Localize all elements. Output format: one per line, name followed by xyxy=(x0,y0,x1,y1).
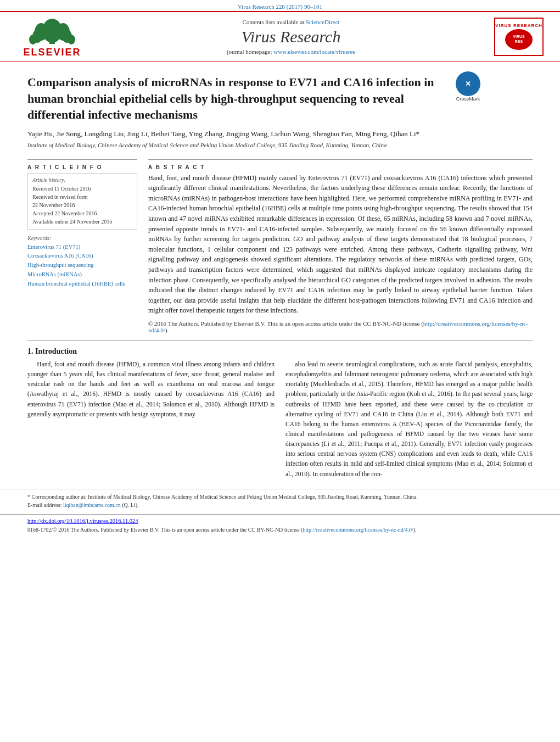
journal-title: Virus Research xyxy=(88,27,494,46)
keyword-3: High-throughput sequencing xyxy=(27,261,137,270)
keyword-4: MicroRNAs (miRNAs) xyxy=(27,270,137,280)
abstract-text: Hand, foot, and mouth disease (HFMD) mai… xyxy=(148,173,533,316)
intro-title: 1. Introduction xyxy=(27,347,533,356)
svg-point-8 xyxy=(50,19,54,23)
authors: Yajie Hu, Jie Song, Longding Liu, Jing L… xyxy=(27,129,533,140)
abstract-header: A B S T R A C T xyxy=(148,164,533,170)
page-wrapper: Virus Research 228 (2017) 90–101 ELSEVIE… xyxy=(0,0,560,537)
article-info-col: A R T I C L E I N F O Article history: R… xyxy=(27,159,137,333)
revised-date: 22 November 2016 xyxy=(32,201,132,209)
online-date: Available online 24 November 2016 xyxy=(32,217,132,226)
corresponding-author-note: * Corresponding author at: Institute of … xyxy=(27,493,533,501)
elsevier-logo: ELSEVIER xyxy=(16,15,88,58)
keywords-label: Keywords: xyxy=(27,235,137,241)
virus-research-logo: VIRUS RESEARCH VIRUSRES xyxy=(494,18,544,56)
svg-point-7 xyxy=(68,35,75,44)
history-label: Article history: xyxy=(32,177,132,183)
elsevier-brand-text: ELSEVIER xyxy=(23,47,81,58)
abstract-col: A B S T R A C T Hand, foot, and mouth di… xyxy=(148,159,533,333)
sciencedirect-link[interactable]: ScienceDirect xyxy=(306,19,340,25)
intro-col-right: also lead to severe neurological complic… xyxy=(285,359,533,483)
bottom-bar: http://dx.doi.org/10.1016/j.virusres.201… xyxy=(0,514,560,537)
open-access-note: © 2016 The Authors. Published by Elsevie… xyxy=(148,320,533,333)
email-link[interactable]: liqihan@imbcams.com.cn xyxy=(63,502,121,508)
doi-line: http://dx.doi.org/10.1016/j.virusres.201… xyxy=(27,518,533,524)
section-divider xyxy=(27,340,533,341)
footnote-area: * Corresponding author at: Institute of … xyxy=(0,489,560,510)
virus-logo-label: VIRUS RESEARCH xyxy=(495,23,542,28)
article-history-block: Article history: Received 11 October 201… xyxy=(27,173,137,230)
received-date: Received 11 October 2016 xyxy=(32,185,132,193)
crossmark: ✕ CrossMark xyxy=(456,71,480,102)
accepted-date: Accepted 22 November 2016 xyxy=(32,209,132,217)
keyword-5: Human bronchial epithelial (16HBE) cells xyxy=(27,280,137,289)
elsevier-tree-icon xyxy=(22,15,82,46)
doi-link[interactable]: http://dx.doi.org/10.1016/j.virusres.201… xyxy=(27,518,138,524)
two-col-layout: A R T I C L E I N F O Article history: R… xyxy=(0,154,560,333)
keywords-section: Keywords: Enterovirus 71 (EV71) Coxsacki… xyxy=(27,235,137,289)
intro-para-2: also lead to severe neurological complic… xyxy=(285,359,533,479)
journal-header: ELSEVIER Contents lists available at Sci… xyxy=(0,11,560,62)
keyword-1: Enterovirus 71 (EV71) xyxy=(27,243,137,252)
virus-logo-circle: VIRUSRES xyxy=(505,29,533,50)
article-info-header: A R T I C L E I N F O xyxy=(27,164,137,170)
email-note: E-mail address: liqihan@imbcams.com.cn (… xyxy=(27,501,533,510)
keyword-2: Coxsackievirus A16 (CA16) xyxy=(27,252,137,261)
copyright-line: 0168-1702/© 2016 The Authors. Published … xyxy=(27,526,533,534)
copyright-license-link[interactable]: http://creativecommons.org/licenses/by-n… xyxy=(303,527,413,533)
intro-col-left: Hand, foot and mouth disease (HFMD), a c… xyxy=(27,359,275,483)
introduction-section: 1. Introduction Hand, foot and mouth dis… xyxy=(0,347,560,483)
article-title: Comparison analysis of microRNAs in resp… xyxy=(27,74,456,123)
intro-two-col: Hand, foot and mouth disease (HFMD), a c… xyxy=(27,359,533,483)
article-section: Comparison analysis of microRNAs in resp… xyxy=(0,62,560,148)
affiliation: Institute of Medical Biology, Chinese Ac… xyxy=(27,142,533,148)
journal-ref: Virus Research 228 (2017) 90–101 xyxy=(238,3,322,10)
contents-line: Contents lists available at ScienceDirec… xyxy=(88,19,494,25)
top-bar: Virus Research 228 (2017) 90–101 xyxy=(0,0,560,11)
homepage-link[interactable]: www.elsevier.com/locate/virusres xyxy=(273,48,355,55)
intro-para-1: Hand, foot and mouth disease (HFMD), a c… xyxy=(27,359,275,419)
received-revised-label: Received in revised form xyxy=(32,193,132,201)
homepage-line: journal homepage: www.elsevier.com/locat… xyxy=(88,48,494,55)
svg-point-6 xyxy=(29,35,37,44)
crossmark-icon: ✕ xyxy=(456,71,480,96)
journal-center: Contents lists available at ScienceDirec… xyxy=(88,19,494,55)
